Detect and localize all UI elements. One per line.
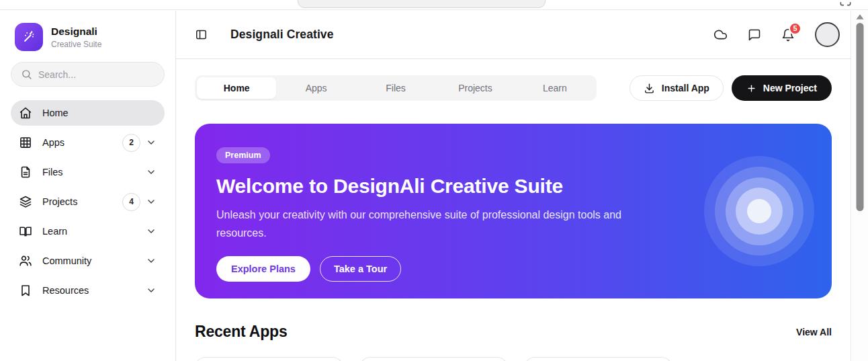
sidebar-item-projects[interactable]: Projects 4 <box>11 189 165 214</box>
premium-badge: Premium <box>216 147 270 163</box>
browser-toolbar: / <box>298 0 546 8</box>
tab-projects[interactable]: Projects <box>435 77 515 99</box>
logo-title: Designali <box>51 25 101 38</box>
page-content: Home Apps Files Projects Learn Install A… <box>176 59 851 361</box>
sidebar-item-files[interactable]: Files <box>11 159 165 185</box>
install-app-button[interactable]: Install App <box>630 75 724 101</box>
download-icon <box>644 83 655 94</box>
sidebar-nav: Home Apps 2 Files <box>11 100 165 303</box>
glow-circles-decoration <box>704 156 814 266</box>
sidebar-item-learn[interactable]: Learn <box>11 218 165 244</box>
page-title: Designali Creative <box>230 28 334 42</box>
toolbar-row: Home Apps Files Projects Learn Install A… <box>195 75 832 101</box>
browser-chrome-strip: / <box>0 0 868 10</box>
main-area: Designali Creative 5 Home Apps <box>176 11 851 361</box>
magic-wand-icon <box>15 23 43 51</box>
recent-apps-header: Recent Apps View All <box>195 323 832 341</box>
banner-description: Unleash your creativity with our compreh… <box>216 206 636 242</box>
sidebar-item-label: Community <box>42 255 91 266</box>
recent-app-card[interactable] <box>524 357 672 361</box>
recent-apps-title: Recent Apps <box>195 323 288 341</box>
sidebar-item-apps[interactable]: Apps 2 <box>11 130 165 155</box>
recent-app-card[interactable] <box>195 357 343 361</box>
sidebar-item-label: Projects <box>42 196 77 207</box>
chevron-down-icon[interactable] <box>146 167 157 177</box>
sidebar: Designali Creative Suite Home Apps <box>0 11 176 361</box>
search-input[interactable] <box>38 69 155 80</box>
chevron-down-icon[interactable] <box>146 137 157 148</box>
recent-apps-row <box>195 357 832 361</box>
new-project-label: New Project <box>763 83 817 93</box>
app-logo[interactable]: Designali Creative Suite <box>11 23 165 51</box>
recent-app-card[interactable] <box>359 357 508 361</box>
notification-count-badge: 5 <box>789 22 801 35</box>
install-app-label: Install App <box>662 83 709 93</box>
chevron-down-icon[interactable] <box>146 196 157 207</box>
plus-icon <box>746 83 756 93</box>
messages-icon[interactable] <box>748 28 761 42</box>
toolbar-actions: Install App New Project <box>630 75 832 101</box>
bookmark-icon <box>19 284 32 297</box>
take-a-tour-button[interactable]: Take a Tour <box>320 256 401 282</box>
home-icon <box>19 106 32 120</box>
apps-count-badge: 2 <box>122 134 140 152</box>
users-icon <box>19 254 32 268</box>
welcome-banner: Premium Welcome to DesignAli Creative Su… <box>195 124 832 298</box>
section-tabs: Home Apps Files Projects Learn <box>195 75 597 101</box>
fullscreen-expand-icon[interactable] <box>839 0 852 7</box>
file-icon <box>19 165 32 179</box>
cloud-icon[interactable] <box>713 28 728 42</box>
chevron-down-icon[interactable] <box>146 255 157 266</box>
view-all-button[interactable]: View All <box>796 327 832 337</box>
book-open-icon <box>19 225 32 238</box>
sidebar-item-label: Apps <box>42 137 64 148</box>
search-icon <box>21 69 32 80</box>
grid-icon <box>19 136 32 149</box>
chevron-down-icon[interactable] <box>146 285 157 296</box>
sidebar-item-resources[interactable]: Resources <box>11 278 165 303</box>
tab-apps[interactable]: Apps <box>276 77 355 99</box>
scroll-up-arrow-icon[interactable] <box>856 14 863 19</box>
sidebar-item-home[interactable]: Home <box>11 100 165 126</box>
user-avatar[interactable] <box>815 22 840 47</box>
scrollbar[interactable] <box>851 11 868 361</box>
layers-icon <box>19 195 32 208</box>
logo-subtitle: Creative Suite <box>51 40 101 49</box>
sidebar-item-label: Home <box>42 108 69 118</box>
tab-files[interactable]: Files <box>356 77 435 99</box>
chevron-down-icon[interactable] <box>146 226 157 237</box>
projects-count-badge: 4 <box>122 193 140 211</box>
sidebar-item-label: Files <box>42 167 63 177</box>
sidebar-item-label: Resources <box>42 285 89 296</box>
app-window: Designali Creative Suite Home Apps <box>0 11 868 361</box>
explore-plans-button[interactable]: Explore Plans <box>216 256 310 282</box>
app-header: Designali Creative 5 <box>176 11 851 59</box>
notifications-bell-icon[interactable]: 5 <box>781 28 795 42</box>
sidebar-toggle-icon[interactable] <box>195 28 208 41</box>
sidebar-item-label: Learn <box>42 226 67 237</box>
new-project-button[interactable]: New Project <box>732 75 832 101</box>
sidebar-item-community[interactable]: Community <box>11 248 165 274</box>
scrollbar-thumb[interactable] <box>856 23 863 211</box>
tab-home[interactable]: Home <box>197 77 276 99</box>
sidebar-search[interactable] <box>11 62 165 87</box>
tab-learn[interactable]: Learn <box>515 77 595 99</box>
